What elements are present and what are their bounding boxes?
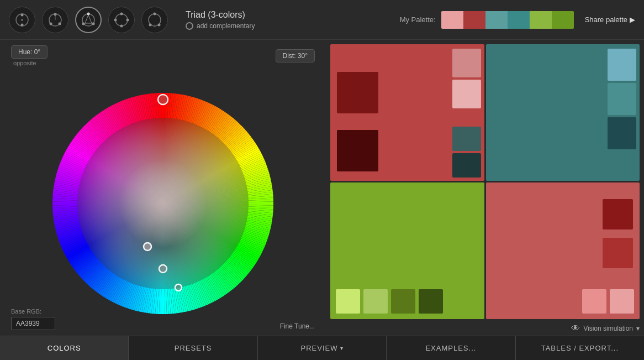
tab-presets[interactable]: PRESETS [129, 336, 257, 360]
swatch-mid-teal[interactable] [608, 83, 636, 115]
svg-point-20 [114, 18, 117, 21]
svg-point-11 [82, 22, 85, 25]
dist-button[interactable]: Dist: 30° [276, 49, 315, 62]
swatch-dark-teal-sm[interactable] [452, 153, 481, 178]
svg-point-5 [54, 13, 57, 15]
tab-tables-export[interactable]: TABLES / EXPORT... [516, 336, 644, 360]
radio-add-complementary[interactable] [186, 22, 193, 30]
palette-swatch-5 [552, 11, 574, 29]
share-palette-button[interactable]: Share palette ▶ [585, 15, 635, 24]
palette-swatch-1 [463, 11, 485, 29]
swatch-dark-red-2[interactable] [337, 130, 378, 171]
svg-point-6 [50, 22, 52, 25]
vision-dropdown-arrow[interactable]: ▾ [636, 325, 640, 332]
mode-analogous[interactable] [42, 7, 68, 33]
preview-dropdown-arrow[interactable]: ▾ [340, 345, 344, 351]
controls-row: Hue: 0° opposite Dist: 30° [11, 45, 315, 66]
tab-bar: COLORS PRESETS PREVIEW ▾ EXAMPLES... TAB… [0, 336, 644, 360]
palette-swatch-4 [530, 11, 552, 29]
tab-preview[interactable]: PREVIEW ▾ [258, 336, 387, 360]
palette-preview[interactable] [441, 11, 574, 29]
left-panel: Hue: 0° opposite Dist: 30° [0, 40, 326, 336]
color-cell-red[interactable] [330, 44, 484, 181]
color-cell-muted-red[interactable] [486, 182, 640, 319]
svg-point-3 [21, 19, 23, 21]
vision-simulation-label[interactable]: Vision simulation [583, 325, 633, 332]
base-rgb-section: Base RGB: [11, 308, 55, 330]
scheme-info: Triad (3-colors) add complementary [175, 10, 393, 30]
svg-point-16 [115, 14, 128, 26]
svg-line-14 [88, 15, 92, 23]
fine-tune-button[interactable]: Fine Tune... [280, 322, 315, 330]
mode-tetrad[interactable] [108, 7, 135, 33]
swatch-dark-red-1[interactable] [337, 72, 378, 113]
swatch-dark-muted-1[interactable] [603, 199, 633, 229]
svg-point-12 [92, 22, 95, 25]
svg-point-23 [149, 23, 152, 26]
opposite-label: opposite [11, 60, 47, 66]
vision-row: 👁 Vision simulation ▾ [330, 321, 640, 336]
svg-point-19 [120, 24, 123, 27]
swatch-light-teal[interactable] [608, 49, 636, 81]
color-cell-teal[interactable] [486, 44, 640, 181]
palette-swatch-2 [485, 11, 508, 29]
mode-triad[interactable] [75, 7, 102, 33]
svg-point-7 [59, 22, 61, 25]
hue-button[interactable]: Hue: 0° [11, 45, 47, 59]
svg-point-17 [120, 12, 123, 15]
swatch-mid-green[interactable] [391, 289, 415, 314]
swatch-pink-bottom-2[interactable] [610, 289, 634, 314]
svg-point-25 [154, 24, 156, 27]
right-panel: 👁 Vision simulation ▾ [326, 40, 644, 336]
swatch-light-green-2[interactable] [363, 289, 388, 314]
swatch-dark-green[interactable] [419, 289, 443, 314]
palette-swatch-0 [441, 11, 463, 29]
svg-point-24 [158, 23, 161, 26]
swatch-teal-sm[interactable] [452, 127, 481, 151]
toolbar: Triad (3-colors) add complementary My Pa… [0, 0, 644, 40]
scheme-title: Triad (3-colors) [186, 10, 245, 20]
swatch-dark-teal[interactable] [608, 117, 636, 149]
svg-point-18 [126, 18, 129, 21]
svg-point-22 [154, 12, 156, 15]
swatch-dark-muted-2[interactable] [603, 238, 633, 268]
mode-split-complementary[interactable] [141, 7, 168, 33]
swatch-pink-2[interactable] [452, 80, 481, 108]
color-wheel[interactable] [30, 71, 295, 304]
palette-section: My Palette: Share palette ▶ [400, 11, 635, 29]
base-rgb-label: Base RGB: [11, 308, 55, 315]
svg-line-13 [85, 15, 88, 23]
svg-point-2 [21, 23, 24, 26]
tab-examples[interactable]: EXAMPLES... [387, 336, 515, 360]
add-complementary-option[interactable]: add complementary [186, 22, 255, 30]
color-preview-grid [330, 44, 640, 319]
base-rgb-input[interactable] [11, 317, 55, 330]
svg-point-1 [21, 13, 24, 16]
swatch-light-green-1[interactable] [336, 289, 360, 314]
svg-point-10 [87, 12, 90, 15]
palette-swatch-3 [508, 11, 530, 29]
my-palette-label: My Palette: [400, 15, 436, 24]
swatch-pink-1[interactable] [452, 49, 481, 77]
eye-icon[interactable]: 👁 [571, 324, 580, 333]
color-cell-green[interactable] [330, 182, 484, 319]
main-content: Hue: 0° opposite Dist: 30° [0, 40, 644, 336]
tab-colors[interactable]: COLORS [0, 336, 129, 360]
swatch-pink-bottom-1[interactable] [582, 289, 606, 314]
mode-monochromatic[interactable] [9, 7, 35, 33]
